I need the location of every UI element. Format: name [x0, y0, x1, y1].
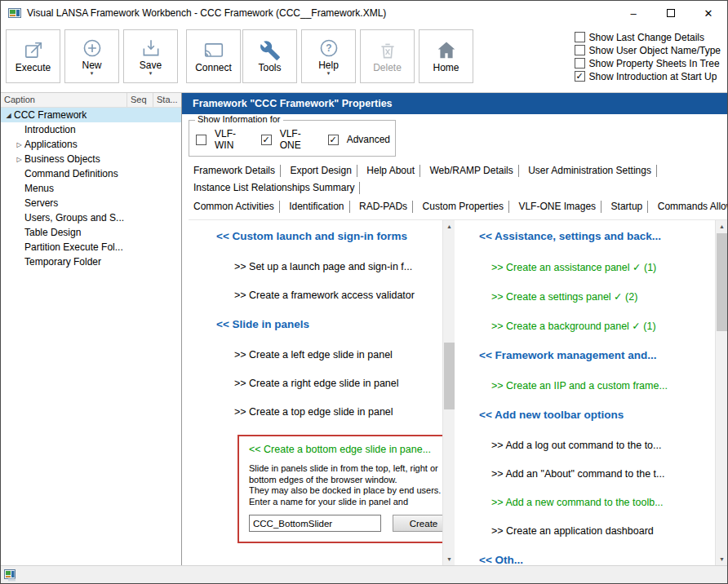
section-heading-framework-management[interactable]: << Framework management and... [479, 349, 714, 361]
tab-commands-allowed[interactable]: Commands Allowed [655, 201, 728, 213]
scrollbar-thumb[interactable] [717, 233, 727, 331]
tree-item-command-definitions[interactable]: Command Definitions [1, 166, 181, 181]
checkbox[interactable]: ✓ [261, 135, 272, 145]
tab-rad-pads[interactable]: RAD-PADs [356, 201, 413, 213]
tree-item-label: Partition Execute Fol... [24, 241, 123, 253]
tree-item-applications[interactable]: ▷ Applications [1, 137, 181, 152]
tree-item-label: CCC Framework [14, 109, 87, 121]
maximize-icon [667, 9, 675, 17]
execute-icon [23, 39, 44, 62]
tree-item-introduction[interactable]: Introduction [1, 122, 181, 137]
link-help-about[interactable]: Help About [363, 165, 420, 177]
option-show-last-change[interactable]: Show Last Change Details [575, 31, 721, 43]
activities-column-left: << Custom launch and sign-in forms >> Se… [189, 220, 455, 565]
connect-button[interactable]: Connect [186, 29, 241, 83]
tab-startup[interactable]: Startup [608, 201, 649, 213]
option-show-introduction[interactable]: ✓ Show Introduction at Start Up [575, 70, 721, 82]
activity-about-command[interactable]: >> Add an "About" command to the t... [479, 468, 714, 480]
panel-name-input[interactable] [249, 515, 381, 532]
section-heading-other-clipped[interactable]: << Oth... [479, 554, 714, 565]
new-button[interactable]: New ▼ [64, 29, 119, 83]
column-header-status[interactable]: Sta... [153, 93, 181, 107]
option-show-user-object[interactable]: Show User Object Name/Type [575, 44, 721, 56]
tab-identification[interactable]: Identification [286, 201, 349, 213]
activity-background-panel[interactable]: >> Create a background panel ✓ (1) [479, 320, 714, 332]
activity-logout-command[interactable]: >> Add a log out command to the to... [479, 440, 714, 451]
activity-bottom-edge-panel[interactable]: << Create a bottom edge slide in pane... [249, 444, 455, 455]
tree-item-business-objects[interactable]: ▷ Business Objects [1, 152, 181, 166]
activity-left-edge-panel[interactable]: >> Create a left edge slide in panel [216, 349, 442, 361]
column-header-caption[interactable]: Caption [1, 93, 127, 107]
close-button[interactable]: ✕ [690, 1, 727, 25]
maximize-button[interactable] [652, 1, 690, 25]
common-activities-content: << Custom launch and sign-in forms >> Se… [189, 219, 727, 565]
tree-item-partition-execute[interactable]: Partition Execute Fol... [1, 240, 181, 254]
activity-right-edge-panel[interactable]: >> Create a right edge slide in panel [216, 378, 442, 389]
tree-expanded-icon[interactable]: ◢ [3, 112, 14, 119]
section-heading-assistance-settings[interactable]: << Assistance, settings and back... [479, 230, 714, 242]
tabs-row: Common Activities Identification RAD-PAD… [190, 198, 727, 213]
help-button[interactable]: ? Help ▼ [301, 29, 356, 83]
minimize-button[interactable]: – [615, 1, 652, 25]
tab-vlf-one-images[interactable]: VLF-ONE Images [515, 201, 601, 213]
tree-item-menus[interactable]: Menus [1, 181, 181, 196]
link-user-admin-settings[interactable]: User Administration Settings [525, 165, 657, 177]
option-vlf-one[interactable]: ✓ VLF-ONE [261, 128, 316, 151]
activity-iip-custom-frame[interactable]: >> Create an IIP and a custom frame... [479, 380, 714, 392]
option-advanced[interactable]: ✓ Advanced [328, 134, 390, 145]
column-header-seq[interactable]: Seq [127, 93, 153, 107]
activity-new-toolbar-command[interactable]: >> Add a new command to the toolb... [479, 497, 714, 508]
option-label: Show Last Change Details [589, 32, 704, 43]
checkbox[interactable]: ✓ [575, 71, 585, 82]
section-heading-custom-launch[interactable]: << Custom launch and sign-in forms [216, 230, 442, 242]
right-column-scrollbar[interactable]: ▲ ▼ [715, 220, 727, 565]
tree-item-users-groups[interactable]: Users, Groups and S... [1, 210, 181, 225]
checkbox[interactable]: ✓ [328, 135, 339, 145]
link-export-design[interactable]: Export Design [286, 165, 357, 177]
link-web-ramp-details[interactable]: Web/RAMP Details [426, 165, 518, 177]
activity-setup-launch-page[interactable]: >> Set up a launch page and sign-in f... [216, 261, 442, 272]
scroll-down-icon[interactable]: ▼ [716, 553, 727, 565]
section-heading-toolbar-options[interactable]: << Add new toolbar options [479, 409, 714, 421]
home-button[interactable]: Home [419, 29, 473, 83]
option-show-property-sheets[interactable]: Show Property Sheets In Tree [575, 57, 721, 69]
activity-application-dashboard[interactable]: >> Create an application dashboard [479, 525, 714, 537]
checkbox[interactable] [575, 32, 585, 42]
chevron-down-icon: ▼ [149, 72, 153, 76]
section-heading-slide-in-panels[interactable]: << Slide in panels [216, 318, 442, 330]
link-framework-details[interactable]: Framework Details [190, 165, 281, 177]
checkbox[interactable] [575, 45, 585, 55]
option-vlf-win[interactable]: VLF-WIN [196, 128, 249, 151]
tree-item-table-design[interactable]: Table Design [1, 225, 181, 240]
tree-collapsed-icon[interactable]: ▷ [14, 141, 24, 148]
save-button[interactable]: Save ▼ [123, 29, 178, 83]
tab-custom-properties[interactable]: Custom Properties [419, 201, 509, 213]
tools-button[interactable]: Tools [242, 29, 297, 83]
checkbox[interactable] [196, 135, 206, 145]
scroll-down-icon[interactable]: ▼ [443, 553, 455, 565]
status-bar [1, 565, 727, 583]
groupbox-label: Show Information for [195, 114, 283, 124]
tree-item-ccc-framework[interactable]: ◢ CCC Framework [1, 108, 181, 122]
app-window: Visual LANSA Framework Workbench - CCC F… [0, 0, 728, 584]
activity-access-validator[interactable]: >> Create a framework access validator [216, 290, 442, 301]
tree-item-temporary-folder[interactable]: Temporary Folder [1, 254, 181, 269]
tree-item-label: Introduction [24, 124, 76, 135]
button-label: Delete [373, 63, 402, 73]
tree-item-servers[interactable]: Servers [1, 196, 181, 210]
tab-common-activities[interactable]: Common Activities [190, 201, 280, 213]
link-instance-list-summary[interactable]: Instance List Relationships Summary [190, 182, 360, 194]
left-column-scrollbar[interactable]: ▲ ▼ [442, 220, 455, 565]
execute-button[interactable]: Execute [6, 29, 60, 83]
activity-settings-panel[interactable]: >> Create a settings panel ✓ (2) [479, 290, 714, 303]
connect-icon [203, 39, 224, 62]
checkbox[interactable] [575, 58, 585, 69]
delete-button: Delete [360, 29, 415, 83]
tree-collapsed-icon[interactable]: ▷ [14, 156, 24, 163]
activity-assistance-panel[interactable]: >> Create an assistance panel ✓ (1) [479, 261, 714, 273]
activity-top-edge-panel[interactable]: >> Create a top edge slide in panel [216, 406, 442, 418]
scroll-up-icon[interactable]: ▲ [716, 220, 727, 232]
tree-item-label: Applications [24, 139, 78, 150]
scrollbar-thumb[interactable] [444, 343, 455, 409]
scroll-up-icon[interactable]: ▲ [443, 220, 455, 232]
